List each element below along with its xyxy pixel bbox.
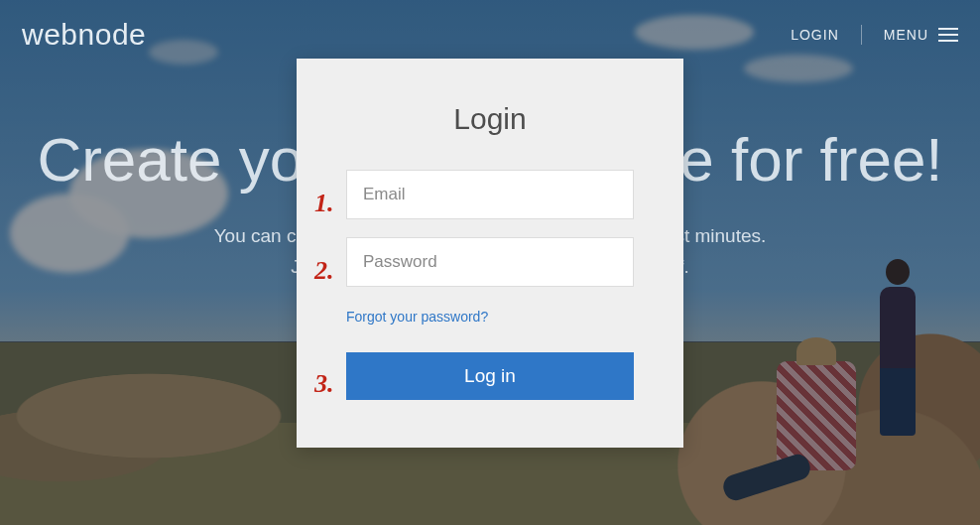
hamburger-icon [938, 28, 958, 42]
nav-login-link[interactable]: LOGIN [791, 27, 839, 43]
page-background: Create your own website for free! You ca… [0, 0, 980, 525]
forgot-password-link[interactable]: Forgot your password? [346, 309, 634, 325]
top-nav: LOGIN MENU [791, 25, 958, 45]
nav-menu-button[interactable]: MENU [884, 27, 958, 43]
nav-separator [861, 25, 862, 45]
login-modal: Login Forgot your password? Log in [297, 59, 683, 448]
login-title: Login [346, 102, 634, 136]
annotation-3: 3. [314, 369, 334, 399]
nav-menu-label: MENU [884, 27, 928, 43]
email-field[interactable] [346, 170, 634, 219]
login-button[interactable]: Log in [346, 352, 634, 400]
brand-logo[interactable]: webnode [22, 18, 146, 52]
password-field[interactable] [346, 237, 634, 287]
annotation-1: 1. [314, 189, 334, 218]
annotation-2: 2. [314, 256, 334, 286]
